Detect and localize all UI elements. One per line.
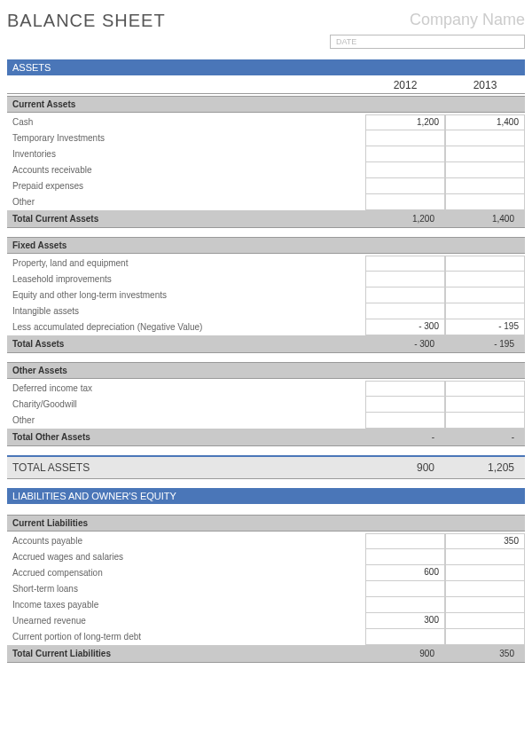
years-row: 2012 2013 bbox=[7, 77, 525, 94]
cell[interactable] bbox=[365, 303, 445, 319]
cell[interactable] bbox=[365, 413, 445, 429]
other-assets-header: Other Assets bbox=[7, 362, 525, 379]
row-label: Accrued compensation bbox=[7, 565, 365, 581]
cell[interactable] bbox=[445, 581, 525, 597]
row-label: Inventories bbox=[7, 146, 365, 162]
total-fixed-assets: Total Assets - 300 - 195 bbox=[7, 335, 525, 353]
total-current-assets: Total Current Assets 1,200 1,400 bbox=[7, 210, 525, 228]
cell[interactable] bbox=[365, 162, 445, 178]
cell[interactable] bbox=[365, 256, 445, 272]
row-label: Cash bbox=[7, 114, 365, 130]
cell[interactable] bbox=[365, 381, 445, 397]
row-label: Accounts payable bbox=[7, 533, 365, 549]
row-label: Intangible assets bbox=[7, 303, 365, 319]
cell[interactable] bbox=[445, 565, 525, 581]
cell[interactable] bbox=[365, 629, 445, 645]
cell[interactable] bbox=[365, 178, 445, 194]
cell[interactable]: 1,200 bbox=[365, 114, 445, 130]
cell[interactable] bbox=[445, 287, 525, 303]
fixed-assets-header: Fixed Assets bbox=[7, 237, 525, 254]
total-assets: TOTAL ASSETS 900 1,205 bbox=[7, 455, 525, 479]
section-liabilities: LIABILITIES AND OWNER'S EQUITY bbox=[7, 488, 525, 504]
row-label: Unearned revenue bbox=[7, 613, 365, 629]
current-assets-header: Current Assets bbox=[7, 96, 525, 113]
total-current-liabilities: Total Current Liabilities 900 350 bbox=[7, 645, 525, 663]
cell[interactable] bbox=[445, 397, 525, 413]
cell[interactable] bbox=[445, 178, 525, 194]
cell[interactable] bbox=[365, 549, 445, 565]
current-liabilities-header: Current Liabilities bbox=[7, 515, 525, 532]
row-label: Accounts receivable bbox=[7, 162, 365, 178]
row-label: Short-term loans bbox=[7, 581, 365, 597]
cell[interactable] bbox=[365, 397, 445, 413]
row-label: Property, land and equipment bbox=[7, 256, 365, 272]
cell[interactable] bbox=[445, 597, 525, 613]
cell[interactable] bbox=[445, 146, 525, 162]
row-label: Leasehold improvements bbox=[7, 272, 365, 287]
cell[interactable]: 300 bbox=[365, 613, 445, 629]
row-label: Charity/Goodwill bbox=[7, 397, 365, 413]
date-input[interactable]: DATE bbox=[330, 35, 525, 49]
row-label: Other bbox=[7, 413, 365, 429]
cell[interactable] bbox=[445, 130, 525, 146]
cell[interactable] bbox=[365, 533, 445, 549]
cell[interactable] bbox=[445, 613, 525, 629]
year-1: 2012 bbox=[365, 79, 445, 91]
cell[interactable] bbox=[445, 272, 525, 287]
cell[interactable] bbox=[445, 381, 525, 397]
year-2: 2013 bbox=[445, 79, 525, 91]
cell[interactable]: 350 bbox=[445, 533, 525, 549]
cell[interactable] bbox=[365, 194, 445, 210]
cell[interactable] bbox=[365, 146, 445, 162]
cell[interactable] bbox=[365, 130, 445, 146]
row-label: Income taxes payable bbox=[7, 597, 365, 613]
row-label: Equity and other long-term investments bbox=[7, 287, 365, 303]
page-title: BALANCE SHEET bbox=[7, 11, 166, 31]
cell[interactable] bbox=[445, 194, 525, 210]
cell[interactable] bbox=[445, 162, 525, 178]
row-label: Other bbox=[7, 194, 365, 210]
section-assets: ASSETS bbox=[7, 59, 525, 75]
cell[interactable] bbox=[445, 303, 525, 319]
cell[interactable] bbox=[445, 629, 525, 645]
cell[interactable] bbox=[365, 581, 445, 597]
row-label: Prepaid expenses bbox=[7, 178, 365, 194]
row-label: Accrued wages and salaries bbox=[7, 549, 365, 565]
row-label: Current portion of long-term debt bbox=[7, 629, 365, 645]
cell[interactable] bbox=[445, 413, 525, 429]
cell[interactable] bbox=[365, 272, 445, 287]
cell[interactable]: - 195 bbox=[445, 319, 525, 335]
cell[interactable] bbox=[445, 256, 525, 272]
company-name: Company Name bbox=[410, 11, 525, 29]
total-other-assets: Total Other Assets - - bbox=[7, 429, 525, 446]
cell[interactable] bbox=[365, 597, 445, 613]
cell[interactable] bbox=[445, 549, 525, 565]
row-label: Temporary Investments bbox=[7, 130, 365, 146]
row-label: Deferred income tax bbox=[7, 381, 365, 397]
cell[interactable]: 600 bbox=[365, 565, 445, 581]
cell[interactable]: 1,400 bbox=[445, 114, 525, 130]
row-label: Less accumulated depreciation (Negative … bbox=[7, 319, 365, 335]
cell[interactable]: - 300 bbox=[365, 319, 445, 335]
cell[interactable] bbox=[365, 287, 445, 303]
